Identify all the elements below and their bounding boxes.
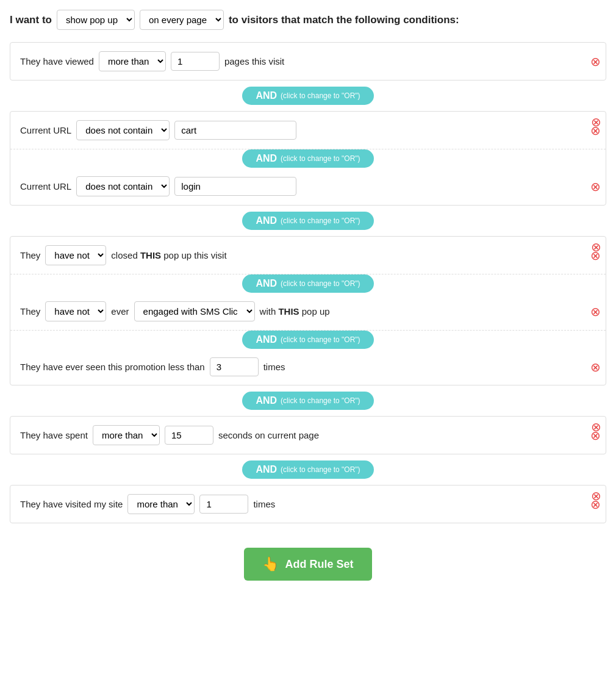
pages-count-input[interactable] xyxy=(171,52,220,71)
and-change-label-2: (click to change to "OR") xyxy=(281,217,360,225)
remove-row-4-button[interactable]: ⊗ xyxy=(590,429,601,442)
add-rule-set-label: Add Rule Set xyxy=(285,558,353,571)
label-closed: closed THIS pop up this visit xyxy=(111,250,226,260)
label-they-have-viewed: They have viewed xyxy=(20,56,94,66)
inner-and-badge-2[interactable]: AND (click to change to "OR") xyxy=(242,149,373,168)
inner-and-3a: AND (click to change to "OR") xyxy=(10,274,606,293)
and-connector-3: AND (click to change to "OR") xyxy=(10,392,606,410)
and-change-label-3: (click to change to "OR") xyxy=(281,396,360,405)
inner-and-badge-3a[interactable]: AND (click to change to "OR") xyxy=(242,274,373,293)
and-connector-2: AND (click to change to "OR") xyxy=(10,212,606,230)
label-current-url-2: Current URL xyxy=(20,181,71,192)
rule-group-2: ⊗ Current URL does not contain contains … xyxy=(10,111,606,206)
inner-and-label-2: AND xyxy=(256,153,277,164)
action-select[interactable]: show pop up xyxy=(57,10,135,30)
rule-row-5: They have visited my site more than less… xyxy=(10,485,606,523)
label-seconds-on-page: seconds on current page xyxy=(218,430,319,440)
and-badge-3[interactable]: AND (click to change to "OR") xyxy=(242,392,373,410)
engaged-condition-select[interactable]: have not have xyxy=(45,301,106,321)
header-row: I want to show pop up on every page to v… xyxy=(10,10,606,30)
remove-row-2b-button[interactable]: ⊗ xyxy=(590,181,601,193)
url-value-input-1[interactable] xyxy=(174,121,296,140)
and-connector-1: AND (click to change to "OR") xyxy=(10,87,606,105)
label-current-url-1: Current URL xyxy=(20,125,71,135)
and-label-4: AND xyxy=(256,464,277,475)
inner-and-2: AND (click to change to "OR") xyxy=(10,149,606,168)
inner-and-change-2: (click to change to "OR") xyxy=(281,154,360,163)
closed-condition-select[interactable]: have not have xyxy=(45,245,106,265)
visits-count-input[interactable] xyxy=(199,495,248,514)
url-condition-select-1[interactable]: does not contain contains equals xyxy=(76,120,170,140)
rule-row-1: They have viewed more than less than exa… xyxy=(10,43,606,80)
and-label-1: AND xyxy=(256,90,277,101)
add-rule-set-icon: 👆 xyxy=(262,556,279,572)
remove-row-1-button[interactable]: ⊗ xyxy=(590,56,601,68)
promotion-times-input[interactable] xyxy=(210,357,259,376)
label-times-1: times xyxy=(263,362,285,372)
and-badge-2[interactable]: AND (click to change to "OR") xyxy=(242,212,373,230)
and-label-3: AND xyxy=(256,395,277,406)
inner-and-change-3b: (click to change to "OR") xyxy=(281,335,360,344)
and-change-label-1: (click to change to "OR") xyxy=(281,91,360,100)
label-with-this: with THIS pop up xyxy=(260,306,330,317)
header-suffix: to visitors that match the following con… xyxy=(229,14,459,26)
rule-row-3b: They have not have ever engaged with SMS… xyxy=(10,293,606,331)
rule-group-4: ⊗ They have spent more than less than ex… xyxy=(10,416,606,454)
rule-row-2b: Current URL does not contain contains eq… xyxy=(10,168,606,205)
label-visited-site: They have visited my site xyxy=(20,499,123,509)
page-container: I want to show pop up on every page to v… xyxy=(10,10,606,581)
label-pages-this-visit: pages this visit xyxy=(224,56,284,66)
url-condition-select-2[interactable]: does not contain contains equals xyxy=(76,176,170,196)
and-label-2: AND xyxy=(256,215,277,226)
rule-row-3a: They have not have closed THIS pop up th… xyxy=(10,237,606,274)
inner-and-label-3b: AND xyxy=(256,334,277,345)
rule-group-1: They have viewed more than less than exa… xyxy=(10,42,606,81)
remove-row-3b-button[interactable]: ⊗ xyxy=(590,306,601,318)
time-condition-select[interactable]: more than less than exactly xyxy=(93,425,160,445)
label-they-1: They xyxy=(20,250,40,260)
and-badge-4[interactable]: AND (click to change to "OR") xyxy=(242,460,373,479)
page-select[interactable]: on every page xyxy=(140,10,224,30)
rule-group-3: ⊗ They have not have closed THIS pop up … xyxy=(10,236,606,385)
rule-group-5: ⊗ They have visited my site more than le… xyxy=(10,485,606,523)
remove-row-2a-button[interactable]: ⊗ xyxy=(590,124,601,137)
rule-row-3c: They have ever seen this promotion less … xyxy=(10,349,606,385)
engagement-type-select[interactable]: engaged with SMS Clic viewed clicked xyxy=(134,301,255,321)
and-connector-4: AND (click to change to "OR") xyxy=(10,460,606,479)
label-times-2: times xyxy=(253,499,275,509)
inner-and-badge-3b[interactable]: AND (click to change to "OR") xyxy=(242,331,373,349)
rule-row-4: They have spent more than less than exac… xyxy=(10,417,606,454)
remove-row-3a-button[interactable]: ⊗ xyxy=(590,249,601,262)
inner-and-change-3a: (click to change to "OR") xyxy=(281,279,360,288)
url-value-input-2[interactable] xyxy=(174,177,296,196)
and-badge-1[interactable]: AND (click to change to "OR") xyxy=(242,87,373,105)
remove-row-5-button[interactable]: ⊗ xyxy=(590,498,601,510)
inner-and-label-3a: AND xyxy=(256,278,277,289)
seconds-input[interactable] xyxy=(165,426,213,445)
header-prefix: I want to xyxy=(10,14,52,26)
viewed-pages-condition-select[interactable]: more than less than exactly xyxy=(99,51,166,71)
remove-row-3c-button[interactable]: ⊗ xyxy=(590,361,601,373)
label-they-have-spent: They have spent xyxy=(20,430,88,440)
label-ever: ever xyxy=(111,306,129,317)
rule-row-2a: Current URL does not contain contains eq… xyxy=(10,112,606,149)
and-change-label-4: (click to change to "OR") xyxy=(281,465,360,474)
visits-condition-select[interactable]: more than less than exactly xyxy=(127,494,195,514)
inner-and-3b: AND (click to change to "OR") xyxy=(10,331,606,349)
add-rule-set-button[interactable]: 👆 Add Rule Set xyxy=(244,548,371,581)
label-seen-promotion: They have ever seen this promotion less … xyxy=(20,362,205,372)
label-they-2: They xyxy=(20,306,40,317)
